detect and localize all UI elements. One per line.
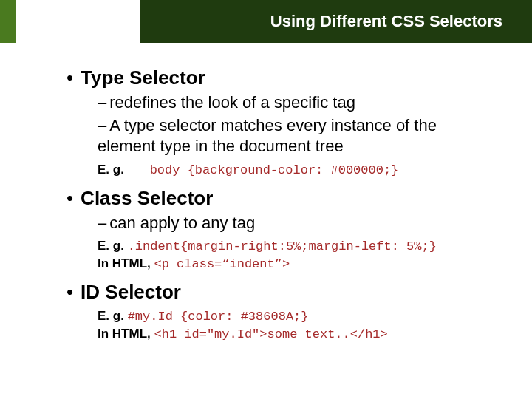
eg-label: E. g.	[98, 163, 124, 177]
sub-point: –can apply to any tag	[98, 213, 495, 234]
sub-text: A type selector matches every instance o…	[98, 116, 437, 156]
eg-label: E. g.	[98, 239, 124, 253]
code-example: .indent{margin-right:5%;margin-left: 5%;…	[128, 239, 437, 253]
heading-id-selector: ID Selector	[81, 281, 181, 304]
example-row: E. g. body {background-color: #000000;}	[98, 162, 495, 180]
bullet-id-selector: • ID Selector	[66, 281, 495, 304]
dash-icon: –	[98, 214, 106, 232]
bullet-class-selector: • Class Selector	[66, 187, 495, 210]
example-row: E. g. .indent{margin-right:5%;margin-lef…	[98, 238, 495, 273]
example-row: E. g. #my.Id {color: #38608A;} In HTML, …	[98, 308, 495, 344]
accent-bar	[0, 0, 16, 43]
sub-point: –redefines the look of a specific tag	[98, 92, 495, 114]
heading-type-selector: Type Selector	[81, 66, 205, 89]
sub-point: –A type selector matches every instance …	[98, 115, 495, 157]
bullet-icon: •	[66, 68, 73, 87]
in-html-label: In HTML,	[98, 256, 151, 270]
sub-text: redefines the look of a specific tag	[109, 93, 355, 112]
bullet-icon: •	[66, 282, 73, 301]
code-example: <p class=“indent”>	[154, 257, 290, 271]
content-area: • Type Selector –redefines the look of a…	[66, 59, 495, 344]
code-example: #my.Id {color: #38608A;}	[128, 310, 309, 324]
heading-class-selector: Class Selector	[81, 187, 213, 210]
eg-label: E. g.	[98, 309, 124, 323]
slide: Using Different CSS Selectors • Type Sel…	[0, 0, 532, 399]
dash-icon: –	[98, 93, 106, 112]
code-example: body {background-color: #000000;}	[150, 163, 399, 177]
title-bar: Using Different CSS Selectors	[140, 0, 532, 43]
in-html-label: In HTML,	[98, 327, 151, 341]
bullet-icon: •	[66, 188, 73, 208]
dash-icon: –	[98, 116, 106, 134]
slide-title: Using Different CSS Selectors	[270, 12, 502, 31]
bullet-type-selector: • Type Selector	[66, 66, 495, 89]
code-example: <h1 id="my.Id">some text..</h1>	[154, 327, 388, 341]
sub-text: can apply to any tag	[109, 214, 255, 232]
